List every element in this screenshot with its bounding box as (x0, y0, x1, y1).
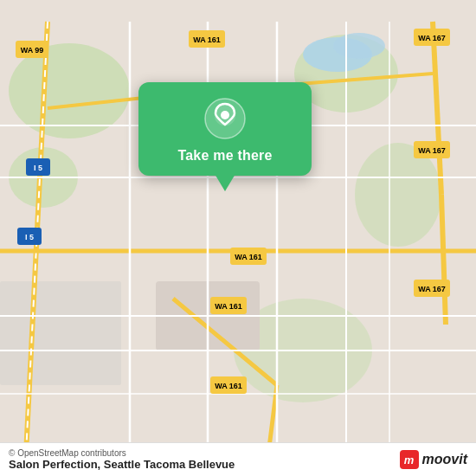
svg-text:WA 167: WA 167 (418, 146, 446, 155)
popup-card: Take me there (138, 82, 312, 176)
bottom-bar: © OpenStreetMap contributors Salon Perfe… (0, 442, 476, 476)
moovit-logo: m moovit (400, 450, 467, 469)
svg-point-9 (333, 33, 385, 59)
moovit-wordmark: moovit (422, 452, 467, 467)
svg-point-51 (221, 111, 229, 119)
svg-text:WA 167: WA 167 (418, 34, 446, 42)
take-me-there-button[interactable]: Take me there (177, 148, 272, 164)
svg-text:WA 161: WA 161 (235, 253, 262, 261)
svg-text:I 5: I 5 (25, 233, 34, 241)
svg-text:WA 99: WA 99 (21, 46, 44, 55)
svg-text:WA 161: WA 161 (215, 302, 242, 311)
location-pin-icon (204, 98, 246, 139)
svg-text:WA 161: WA 161 (215, 382, 242, 390)
map-attribution: © OpenStreetMap contributors (9, 448, 235, 458)
place-name: Salon Perfection, Seattle Tacoma Bellevu… (9, 458, 235, 471)
map-svg: WA 99 WA 161 WA 167 WA 167 WA 167 WA 161… (0, 0, 476, 476)
svg-rect-7 (0, 281, 121, 385)
svg-text:WA 161: WA 161 (193, 35, 221, 44)
moovit-initial: m (400, 450, 419, 469)
svg-text:WA 167: WA 167 (418, 285, 446, 293)
bottom-info: © OpenStreetMap contributors Salon Perfe… (9, 448, 235, 471)
map-container: WA 99 WA 161 WA 167 WA 167 WA 167 WA 161… (0, 0, 476, 476)
svg-text:I 5: I 5 (34, 164, 42, 172)
